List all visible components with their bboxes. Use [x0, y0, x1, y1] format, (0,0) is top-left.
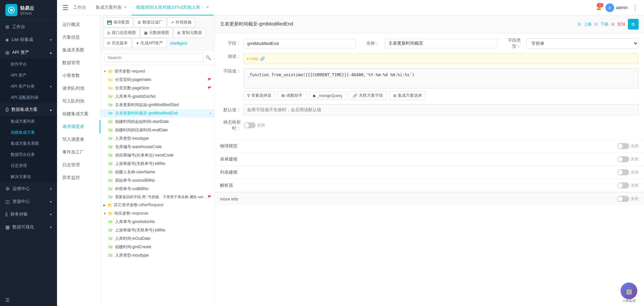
sidebar-item-integration-graph[interactable]: 集成方案关系图: [0, 138, 57, 149]
left-nav-data-management[interactable]: 数据管理: [57, 56, 100, 69]
tree-item-pageIndex[interactable]: No 分页页码-pageIndex 🚩: [101, 76, 214, 84]
float-assistant[interactable]: 🤖: [621, 282, 637, 299]
sidebar-item-dataviz[interactable]: ▦ 数据可视化 ▾: [0, 221, 57, 233]
static-map-toggle[interactable]: 关闭: [244, 122, 265, 128]
sidebar-item-solution[interactable]: 解决方案包: [0, 171, 57, 182]
left-nav-event-factory[interactable]: 事件加工厂: [57, 146, 100, 159]
left-nav-create-integration[interactable]: 创建集成方案: [57, 107, 100, 120]
sidebar-item-api[interactable]: ◎ API 资产 ▴: [0, 46, 57, 59]
sidebar-item-api-adapters[interactable]: API 适配器列表: [0, 92, 57, 103]
intelligent-button[interactable]: intelligent: [167, 39, 190, 47]
tree-item-sourceBillNo[interactable]: Str 原始单号-sourceBillNo: [101, 176, 214, 185]
left-nav-write-queue[interactable]: 写入队列池: [57, 95, 100, 107]
sidebar-item-create-integration[interactable]: 创建集成方案: [0, 127, 57, 138]
tab-workspace[interactable]: 工作台: [68, 0, 91, 15]
form-model-switch[interactable]: [617, 156, 629, 162]
parser-toggle[interactable]: 关闭: [617, 182, 639, 188]
tree-item-inouttype[interactable]: Str 入库类型-inouttype: [101, 134, 214, 143]
left-nav-write-debugger[interactable]: 写入调度者: [57, 133, 100, 146]
var-selector-button[interactable]: ∇ 变量选择器: [244, 91, 275, 100]
up-button[interactable]: 上移: [584, 21, 592, 27]
tree-item-gmtCreate[interactable]: Str 创建时间-gmtCreate: [101, 243, 214, 251]
settings-icon-button[interactable]: ⚙: [628, 19, 639, 30]
left-nav-request-queue[interactable]: 请求队列池: [57, 82, 100, 95]
tab-integration-list[interactable]: 集成方案列表 ✕: [91, 0, 131, 15]
sidebar-item-data-integration[interactable]: ⟨⟩ 数据集成方案 ▴: [0, 103, 57, 116]
down-button[interactable]: 下移: [600, 21, 608, 27]
sidebar-item-integration-list[interactable]: 集成方案列表: [0, 116, 57, 127]
topbar-more-icon[interactable]: ⋮: [632, 4, 639, 12]
meta-data-button[interactable]: ▣ 元数据视图: [140, 28, 173, 38]
tree-item-inOutDate[interactable]: Str 入库时间-inOutDate: [101, 234, 214, 243]
list-model-toggle[interactable]: 关闭: [617, 169, 639, 175]
tree-item-billNo[interactable]: Str 上游单据号(关联单号)-billNo: [101, 160, 214, 168]
sidebar-item-data-export[interactable]: 数据导出任务: [0, 149, 57, 160]
tree-folder-request[interactable]: ▼ 📁 请求参数-request: [101, 67, 214, 76]
tree-item-goodsDocNo[interactable]: Str 入库单号-goodsDocNo: [101, 92, 214, 101]
form-model-toggle[interactable]: 关闭: [617, 156, 639, 162]
left-nav-exception[interactable]: 异常监控: [57, 171, 100, 184]
tree-item-vendCode[interactable]: Str 供应商编号(往来单位)-vendCode: [101, 151, 214, 160]
static-map-switch[interactable]: [244, 122, 256, 128]
left-nav-solution-info[interactable]: 方案信息: [57, 31, 100, 44]
sidebar-item-api-classify[interactable]: API 资产分类 ▾: [0, 81, 57, 92]
field-value-input[interactable]: [244, 39, 356, 48]
admin-profile[interactable]: A admin: [605, 3, 628, 12]
code-editor[interactable]: _function from_unixtime({{{CURRENT_TIME}…: [244, 68, 639, 88]
tree-item-goodsdocNo[interactable]: Str 入库单号-goodsdocNo: [101, 218, 214, 226]
tree-item-selelctFields[interactable]: Str 需要返回的字段,用','号拼接、子类用子类名称.属性-selelctFi…: [101, 193, 214, 201]
api-info-button[interactable]: ◎ 接口信息视图: [103, 28, 140, 38]
sidebar-item-api-assets[interactable]: API 资产: [0, 70, 57, 81]
left-nav-log[interactable]: 日志管理: [57, 159, 100, 171]
history-button[interactable]: ⟳ 历史版本: [103, 38, 131, 48]
tree-item-endDate[interactable]: Str 创建时间的结束时间-endDate: [101, 126, 214, 134]
data-filter-button[interactable]: ⚙ 数据过滤厂: [134, 17, 166, 27]
parser-switch[interactable]: [617, 182, 629, 188]
tree-item-startDate[interactable]: Str 创建时间的起始时间-startDate: [101, 118, 214, 126]
sidebar-item-software[interactable]: 软件平台: [0, 59, 57, 70]
tab-integration-list-close[interactable]: ✕: [124, 5, 127, 9]
tree-folder-other-request[interactable]: ▶ 📁 其它请求参数-otherRequest: [101, 201, 214, 209]
menu-toggle-icon[interactable]: ☰: [62, 4, 68, 12]
sidebar-item-log[interactable]: 日志管理: [0, 160, 57, 171]
tree-folder-response[interactable]: ▼ 📁 响应参数-response: [101, 209, 214, 218]
copy-data-button[interactable]: ⊞ 复制元数据: [173, 28, 206, 38]
sidebar-item-ops[interactable]: ⚙ 运维中心 ▾: [0, 182, 57, 195]
tree-item-userName[interactable]: Str 创建人名称-userName: [101, 168, 214, 176]
more-info-switch[interactable]: [617, 196, 629, 202]
sidebar-item-finance[interactable]: ₿ 财务对账 ▾: [0, 208, 57, 221]
tab-integration-detail[interactable]: 组装拆卸入库对接107v2其他入库 ○ ✕: [131, 0, 214, 15]
func-helper-button[interactable]: fx 函数助手: [278, 91, 306, 100]
sidebar-item-bottom[interactable]: ☰: [0, 294, 57, 306]
notification-bell[interactable]: 🔔 10: [596, 5, 601, 10]
relation-field-button[interactable]: 🔗 关联方案字段: [349, 91, 387, 100]
copy-button[interactable]: 复制: [617, 21, 625, 27]
physical-model-toggle[interactable]: 关闭: [617, 143, 639, 149]
type-select[interactable]: 字符串 数字 布尔值: [526, 38, 639, 49]
list-model-switch[interactable]: [617, 169, 629, 175]
left-nav-xiao-qing[interactable]: 小青查数: [57, 69, 100, 82]
name-value-input[interactable]: [385, 39, 497, 48]
補填-button[interactable]: ↗ 补填措施: [167, 17, 195, 27]
tree-item-warehouseCode[interactable]: Str 仓库编号-warehouseCode: [101, 143, 214, 151]
help-link-icon[interactable]: 🔗: [260, 56, 265, 61]
integration-select-button[interactable]: ⊞ 集成方案选择: [389, 91, 426, 100]
search-icon[interactable]: 🔍: [206, 55, 211, 60]
physical-model-switch[interactable]: [617, 143, 629, 149]
tree-item-billNo2[interactable]: Str 上游单据号(关联单号)-billNo: [101, 226, 214, 234]
sidebar-item-workspace[interactable]: ⊞ 工作台: [0, 20, 57, 33]
gen-api-button[interactable]: ✦ 生成API资产: [132, 38, 167, 48]
left-nav-request-debugger[interactable]: 请求调度者: [57, 120, 100, 133]
sidebar-item-resources[interactable]: ◫ 资源中心 ▾: [0, 195, 57, 208]
sidebar-item-lite[interactable]: ◈ Lite 轻集成 ▾: [0, 33, 57, 46]
tree-item-gmtModifiedEnd[interactable]: Str 主表更新时间截至-gmtModifiedEnd ✓: [101, 109, 214, 118]
tree-item-pageSize[interactable]: No 分页页数-pageSize 🚩: [101, 84, 214, 92]
save-config-button[interactable]: 💾 保存配置: [103, 17, 133, 27]
mongo-query-button[interactable]: ◆ _mongoQuery: [309, 92, 346, 100]
tree-item-inouttype2[interactable]: Str 入库类型-inouttype: [101, 251, 214, 260]
tree-item-outBillNo[interactable]: Str 外部单号-outBillNo: [101, 185, 214, 193]
tree-item-gmtModifiedStart[interactable]: Str 主表更新时间起始-gmtModifiedStart: [101, 101, 214, 109]
left-nav-integration-graph[interactable]: 集成关系图: [57, 44, 100, 56]
left-nav-overview[interactable]: 运行概况: [57, 18, 100, 31]
default-value-input[interactable]: [244, 104, 639, 115]
